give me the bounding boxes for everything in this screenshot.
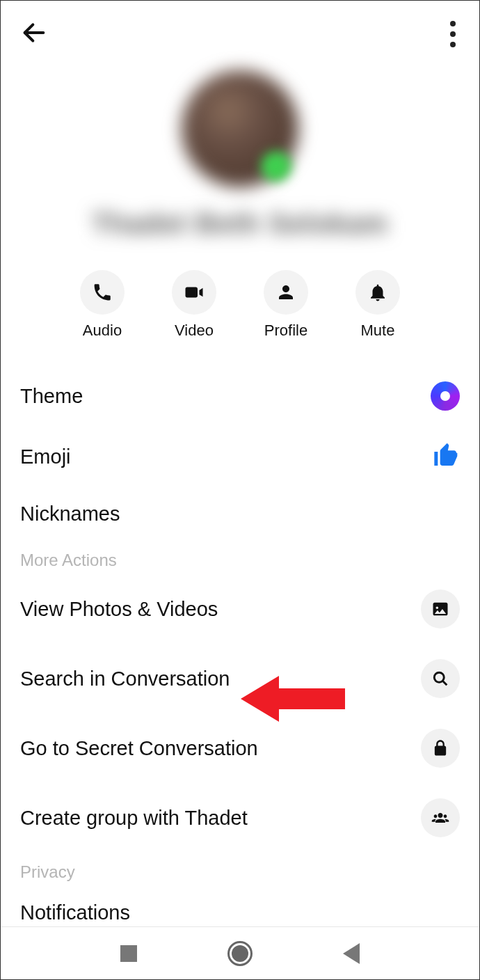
nicknames-row[interactable]: Nicknames [1, 487, 479, 541]
group-icon [421, 798, 460, 837]
dot-icon [450, 42, 456, 47]
quick-actions-row: Audio Video Profile Mute [1, 270, 479, 340]
dot-icon [450, 31, 456, 37]
online-status-icon [261, 151, 291, 182]
mute-label: Mute [361, 322, 395, 340]
notifications-label: Notifications [20, 901, 130, 924]
profile-area: Thadet Beth Selokam [1, 70, 479, 239]
home-button[interactable] [227, 941, 253, 966]
profile-action[interactable]: Profile [264, 270, 308, 340]
view-photos-label: View Photos & Videos [20, 598, 218, 621]
thumbs-up-icon [432, 441, 460, 472]
recent-apps-button[interactable] [120, 945, 137, 962]
audio-call-action[interactable]: Audio [80, 270, 125, 340]
bell-icon [367, 282, 388, 303]
back-button[interactable] [20, 19, 48, 49]
emoji-label: Emoji [20, 445, 71, 468]
mute-action[interactable]: Mute [355, 270, 400, 340]
lock-icon [421, 729, 460, 768]
search-conversation-row[interactable]: Search in Conversation [1, 644, 479, 713]
more-actions-header: More Actions [1, 541, 479, 574]
create-group-row[interactable]: Create group with Thadet [1, 783, 479, 853]
photo-icon [421, 590, 460, 629]
dot-icon [450, 21, 456, 26]
create-group-label: Create group with Thadet [20, 807, 248, 830]
search-conversation-label: Search in Conversation [20, 667, 230, 690]
svg-point-1 [434, 672, 444, 682]
top-bar [1, 1, 479, 56]
android-nav-bar [1, 926, 479, 979]
theme-row[interactable]: Theme [1, 366, 479, 426]
audio-label: Audio [83, 322, 122, 340]
view-photos-row[interactable]: View Photos & Videos [1, 574, 479, 644]
system-back-button[interactable] [343, 943, 360, 964]
phone-icon [92, 282, 113, 303]
profile-name: Thadet Beth Selokam [92, 208, 388, 239]
secret-conversation-row[interactable]: Go to Secret Conversation [1, 713, 479, 783]
video-icon [184, 282, 205, 303]
privacy-header: Privacy [1, 853, 479, 886]
secret-conversation-label: Go to Secret Conversation [20, 737, 258, 760]
back-arrow-icon [20, 19, 48, 47]
nicknames-label: Nicknames [20, 503, 120, 525]
emoji-row[interactable]: Emoji [1, 426, 479, 487]
video-call-action[interactable]: Video [172, 270, 216, 340]
svg-line-2 [443, 681, 447, 686]
theme-color-icon [431, 381, 460, 411]
profile-label: Profile [264, 322, 307, 340]
theme-label: Theme [20, 385, 83, 408]
search-icon [421, 659, 460, 698]
video-label: Video [175, 322, 214, 340]
more-options-button[interactable] [450, 21, 460, 47]
settings-list: Theme Emoji Nicknames More Actions View … [1, 366, 479, 940]
person-icon [275, 282, 296, 303]
avatar[interactable] [182, 70, 298, 187]
